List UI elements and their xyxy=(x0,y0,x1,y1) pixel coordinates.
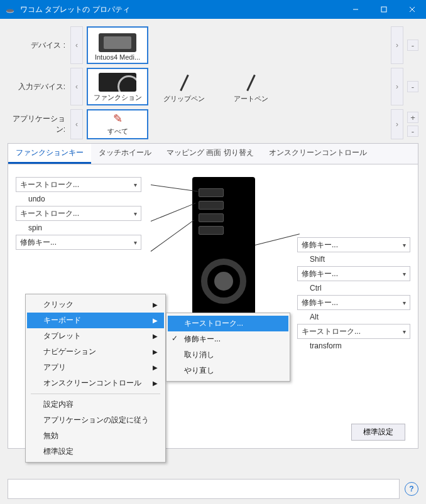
svg-rect-3 xyxy=(381,7,386,12)
device-card-label: Intuos4 Medi... xyxy=(95,53,140,61)
chevron-right-icon: ▶ xyxy=(153,333,158,340)
chevron-down-icon: ▾ xyxy=(403,299,406,306)
right-key-3-value: Alt xyxy=(297,313,410,321)
menu-keyboard[interactable]: キーボード▶ xyxy=(27,313,164,328)
right-key-1-combo[interactable]: 修飾キー...▾ xyxy=(297,237,410,252)
app-next[interactable]: › xyxy=(391,109,403,139)
left-key-1-combo[interactable]: キーストローク...▾ xyxy=(16,177,141,192)
pen-icon xyxy=(232,74,270,93)
tool-label-2: アートペン xyxy=(234,94,268,104)
submenu-undo[interactable]: 取り消し xyxy=(168,347,288,363)
right-key-1-value: Shift xyxy=(297,255,410,264)
context-submenu-keyboard: キーストローク... ✓修飾キー... 取り消し やり直し xyxy=(166,313,290,382)
menu-app-defined[interactable]: アプリケーションの設定に従う xyxy=(27,412,164,428)
tool-card-art-pen[interactable]: アートペン xyxy=(220,68,281,105)
right-key-4-value: transform xyxy=(297,341,410,350)
close-button[interactable] xyxy=(398,0,426,19)
chevron-down-icon: ▾ xyxy=(403,242,406,249)
tablet-icon xyxy=(99,33,136,52)
help-button[interactable]: ? xyxy=(405,482,418,496)
device-next[interactable]: › xyxy=(391,26,403,64)
menu-disabled[interactable]: 無効 xyxy=(27,428,164,444)
chevron-down-icon: ▾ xyxy=(403,271,406,277)
svg-point-1 xyxy=(6,9,14,13)
device-remove[interactable]: - xyxy=(407,40,418,51)
app-remove[interactable]: - xyxy=(407,126,418,137)
left-key-2-combo[interactable]: キーストローク...▾ xyxy=(16,206,141,221)
tab-display-switch[interactable]: マッピング 画面 切り替え xyxy=(159,144,261,164)
chevron-down-icon: ▾ xyxy=(134,239,137,246)
tab-touch-wheel[interactable]: タッチホイール xyxy=(91,144,159,164)
menu-show-settings[interactable]: 設定内容 xyxy=(27,397,164,412)
app-card-all[interactable]: すべて xyxy=(87,109,148,139)
chevron-down-icon: ▾ xyxy=(403,328,406,335)
bottom-panel xyxy=(8,479,400,499)
tool-card-grip-pen[interactable]: グリップペン xyxy=(153,68,215,105)
tool-prev[interactable]: ‹ xyxy=(70,68,83,105)
app-prev[interactable]: ‹ xyxy=(70,109,83,139)
pen-icon xyxy=(165,74,203,93)
chevron-right-icon: ▶ xyxy=(153,380,158,387)
menu-navigation[interactable]: ナビゲーション▶ xyxy=(27,344,164,360)
menu-app[interactable]: アプリ▶ xyxy=(27,360,164,375)
device-card[interactable]: Intuos4 Medi... xyxy=(87,26,148,64)
tab-onscreen-controls[interactable]: オンスクリーンコントロール xyxy=(261,144,374,164)
menu-onscreen-controls[interactable]: オンスクリーンコントロール▶ xyxy=(27,375,164,391)
check-icon: ✓ xyxy=(172,334,178,343)
device-prev[interactable]: ‹ xyxy=(70,26,83,64)
submenu-keystroke[interactable]: キーストローク... xyxy=(168,316,288,331)
right-key-2-value: Ctrl xyxy=(297,284,410,292)
chevron-right-icon: ▶ xyxy=(153,301,158,308)
chevron-right-icon: ▶ xyxy=(153,348,158,355)
chevron-down-icon: ▾ xyxy=(134,210,137,217)
restore-defaults-button[interactable]: 標準設定 xyxy=(351,424,405,441)
menu-click[interactable]: クリック▶ xyxy=(27,297,164,313)
minimize-button[interactable] xyxy=(341,0,369,19)
window-title: ワコム タブレットの プロパティ xyxy=(20,4,130,15)
functions-icon xyxy=(99,73,136,92)
right-key-2-combo[interactable]: 修飾キー...▾ xyxy=(297,266,410,281)
right-key-3-combo[interactable]: 修飾キー...▾ xyxy=(297,295,410,310)
menu-default[interactable]: 標準設定 xyxy=(27,444,164,459)
app-label: アプリケーション: xyxy=(8,114,70,135)
maximize-button[interactable] xyxy=(369,0,398,19)
tool-remove[interactable]: - xyxy=(407,81,418,92)
chevron-right-icon: ▶ xyxy=(153,364,158,371)
all-apps-icon xyxy=(99,112,136,126)
submenu-redo[interactable]: やり直し xyxy=(168,363,288,378)
chevron-down-icon: ▾ xyxy=(134,181,137,188)
submenu-modifier[interactable]: ✓修飾キー... xyxy=(168,331,288,347)
right-key-4-combo[interactable]: キーストローク...▾ xyxy=(297,324,410,339)
app-icon xyxy=(5,4,15,14)
left-key-3-combo[interactable]: 修飾キー...▾ xyxy=(16,235,141,250)
tool-label-0: ファンクション xyxy=(94,93,142,102)
device-label: デバイス : xyxy=(8,40,70,51)
tool-next[interactable]: › xyxy=(391,68,403,105)
menu-separator xyxy=(31,394,160,394)
app-label-0: すべて xyxy=(107,127,128,136)
app-add[interactable]: + xyxy=(407,112,418,123)
tab-function-keys[interactable]: ファンクションキー xyxy=(8,144,91,164)
tool-card-functions[interactable]: ファンクション xyxy=(87,68,148,105)
tool-label-1: グリップペン xyxy=(163,94,205,104)
tool-label: 入力デバイス: xyxy=(8,82,70,92)
context-menu: クリック▶ キーボード▶ タブレット▶ ナビゲーション▶ アプリ▶ オンスクリー… xyxy=(25,294,166,463)
chevron-right-icon: ▶ xyxy=(153,317,158,324)
menu-tablet[interactable]: タブレット▶ xyxy=(27,328,164,344)
